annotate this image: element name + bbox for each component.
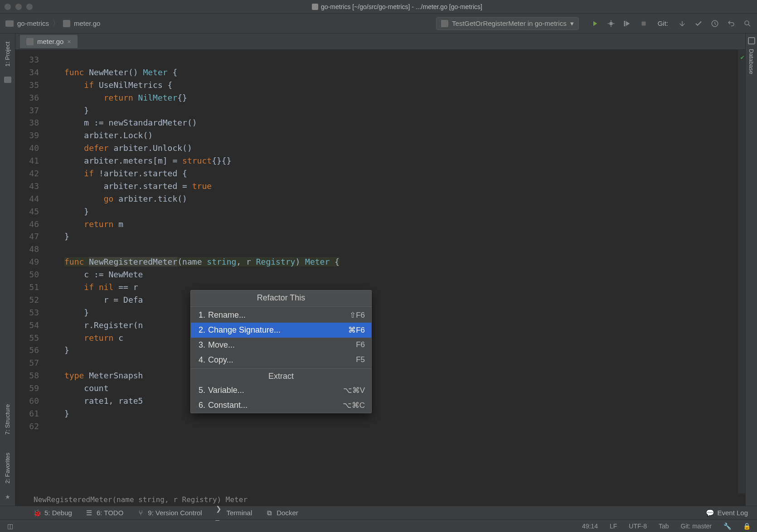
line-number-gutter: 3334353637383940414243444546474849505152… xyxy=(15,50,47,493)
run-button[interactable] xyxy=(591,19,599,28)
go-file-icon xyxy=(63,20,70,27)
titlebar: go-metrics [~/go/src/go-metrics] - .../m… xyxy=(0,0,757,14)
popup-item-constant[interactable]: 6.Constant...⌥⌘C xyxy=(191,398,371,413)
line-separator[interactable]: LF xyxy=(610,522,617,530)
popup-item-variable[interactable]: 5.Variable...⌥⌘V xyxy=(191,383,371,398)
code-area[interactable]: func NewMeter() Meter { if UseNilMetrics… xyxy=(61,50,738,493)
popup-title: Refactor This xyxy=(191,290,371,305)
bug-icon: 🐞 xyxy=(34,509,41,517)
svg-point-0 xyxy=(609,22,613,25)
close-window-icon[interactable] xyxy=(5,4,11,10)
toolwindow-todo[interactable]: ☰ 6: TODO xyxy=(86,509,123,517)
file-icon xyxy=(312,4,318,10)
vcs-update-button[interactable] xyxy=(678,19,686,28)
vcs-revert-button[interactable] xyxy=(727,19,735,28)
fold-gutter xyxy=(47,50,61,493)
toolwindow-eventlog[interactable]: 💬 Event Log xyxy=(706,509,748,517)
svg-point-4 xyxy=(745,21,749,25)
toolwindow-structure[interactable]: 7: Structure xyxy=(3,400,12,439)
popup-item-copy[interactable]: 4.Copy...F5 xyxy=(191,353,371,368)
close-icon[interactable]: × xyxy=(67,38,71,45)
popup-item-change-signature[interactable]: 2.Change Signature...⌘F6 xyxy=(191,323,371,338)
popup-item-rename[interactable]: 1.Rename...⇧F6 xyxy=(191,308,371,323)
popup-section-header: Extract xyxy=(191,370,371,383)
chevron-down-icon: ▾ xyxy=(570,19,574,28)
toolwindow-terminal[interactable]: ❯_ Terminal xyxy=(216,509,252,517)
folder-icon xyxy=(5,20,14,27)
editor-tab-bar: meter.go × xyxy=(15,34,745,50)
go-test-icon xyxy=(441,20,448,27)
toolwindow-docker[interactable]: ⧉ Docker xyxy=(266,509,298,517)
editor-tab[interactable]: meter.go × xyxy=(20,35,78,48)
vcs-commit-button[interactable] xyxy=(694,19,703,28)
indent-setting[interactable]: Tab xyxy=(659,522,669,530)
inspection-ok-icon: ✔ xyxy=(741,53,744,63)
refactor-this-popup: Refactor This 1.Rename...⇧F62.Change Sig… xyxy=(190,290,372,413)
editor-breadcrumb[interactable]: NewRegisteredMeter(name string, r Regist… xyxy=(15,493,745,506)
toolwindow-database[interactable]: Database xyxy=(747,44,756,79)
wrench-icon[interactable]: 🔧 xyxy=(723,522,731,530)
debug-button[interactable] xyxy=(607,19,615,28)
database-icon xyxy=(748,37,755,44)
coverage-button[interactable] xyxy=(623,19,631,28)
breadcrumb-file[interactable]: meter.go xyxy=(74,19,100,27)
window-controls xyxy=(5,4,33,10)
caret-position[interactable]: 49:14 xyxy=(582,522,598,530)
window-title: go-metrics [~/go/src/go-metrics] - .../m… xyxy=(321,3,482,10)
folder-icon xyxy=(4,77,11,83)
toolwindow-project[interactable]: 1: Project xyxy=(3,37,12,71)
list-icon: ☰ xyxy=(86,509,93,517)
stop-button[interactable] xyxy=(640,19,648,28)
breadcrumb-project[interactable]: go-metrics xyxy=(17,19,49,27)
git-label: Git: xyxy=(658,19,668,27)
toolwindow-debug[interactable]: 🐞 5: Debug xyxy=(34,509,72,517)
file-encoding[interactable]: UTF-8 xyxy=(629,522,647,530)
error-stripe[interactable]: ✔ xyxy=(738,50,745,493)
docker-icon: ⧉ xyxy=(266,509,273,517)
star-icon: ★ xyxy=(5,493,10,500)
minimize-window-icon[interactable] xyxy=(15,4,22,10)
toolwindows-toggle-icon[interactable]: ◫ xyxy=(6,522,14,530)
chevron-right-icon: 〉 xyxy=(53,19,59,28)
toolwindow-favorites[interactable]: 2: Favorites xyxy=(3,448,12,488)
search-everywhere-button[interactable] xyxy=(743,19,752,28)
tab-label: meter.go xyxy=(37,38,63,45)
navigation-bar: go-metrics 〉 meter.go TestGetOrRegisterM… xyxy=(0,14,757,34)
vcs-history-button[interactable] xyxy=(711,19,719,28)
svg-rect-1 xyxy=(624,21,625,26)
svg-rect-2 xyxy=(641,21,645,25)
branch-icon: ⑂ xyxy=(137,509,144,517)
zoom-window-icon[interactable] xyxy=(26,4,33,10)
git-branch[interactable]: Git: master xyxy=(681,522,712,530)
run-config-label: TestGetOrRegisterMeter in go-metrics xyxy=(452,19,567,27)
go-file-icon xyxy=(26,38,34,45)
bottom-toolwindow-bar: 🐞 5: Debug ☰ 6: TODO ⑂ 9: Version Contro… xyxy=(0,506,757,519)
lock-icon[interactable]: 🔒 xyxy=(743,522,751,530)
left-toolwindow-bar: 1: Project 7: Structure 2: Favorites ★ xyxy=(0,34,15,506)
status-bar: ◫ 49:14 LF UTF-8 Tab Git: master 🔧 🔒 xyxy=(0,519,757,532)
popup-item-move[interactable]: 3.Move...F6 xyxy=(191,338,371,353)
speech-bubble-icon: 💬 xyxy=(706,509,713,517)
right-toolwindow-bar: Database xyxy=(745,34,757,506)
breadcrumb: go-metrics 〉 meter.go xyxy=(5,19,100,28)
toolwindow-vcs[interactable]: ⑂ 9: Version Control xyxy=(137,509,202,517)
code-editor[interactable]: 3334353637383940414243444546474849505152… xyxy=(15,50,745,493)
terminal-icon: ❯_ xyxy=(216,509,223,517)
run-configuration-dropdown[interactable]: TestGetOrRegisterMeter in go-metrics ▾ xyxy=(436,17,579,30)
